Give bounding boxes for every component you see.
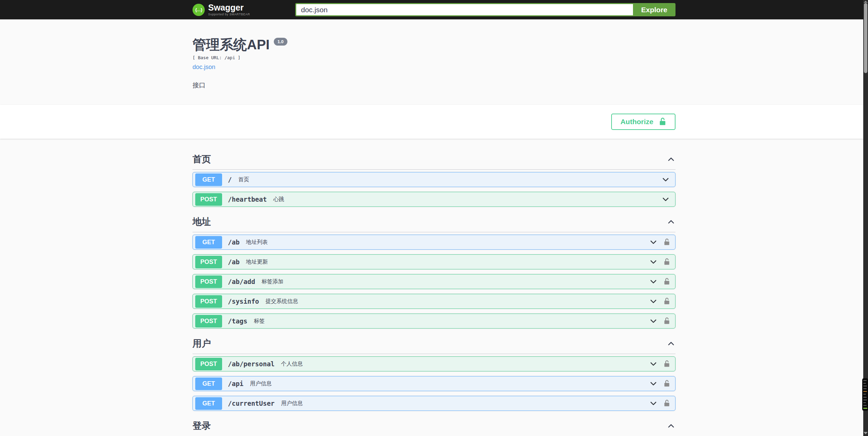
chevron-down-icon[interactable]: [649, 399, 658, 408]
method-badge: POST: [195, 358, 222, 370]
operation-path: /sysinfo: [228, 298, 259, 305]
unlock-icon[interactable]: [664, 278, 670, 286]
method-badge: GET: [195, 236, 222, 249]
operation-path: /heartbeat: [228, 196, 267, 203]
operation-row[interactable]: POST /ab/personal 个人信息: [193, 356, 675, 371]
spec-link[interactable]: doc.json: [193, 64, 215, 71]
unlock-icon[interactable]: [664, 317, 670, 325]
authorize-label: Authorize: [620, 118, 653, 126]
chevron-down-icon[interactable]: [649, 277, 658, 286]
chevron-down-icon[interactable]: [661, 195, 670, 204]
page-title: 管理系统API: [193, 37, 270, 52]
swagger-logo[interactable]: {…} Swagger Supported by SMARTBEAR: [193, 3, 250, 16]
tag-header[interactable]: 首页: [193, 150, 675, 170]
operation-row[interactable]: GET /currentUser 用户信息: [193, 396, 675, 411]
swagger-brackets-icon: {…}: [193, 4, 205, 16]
chevron-up-icon[interactable]: [667, 421, 675, 430]
method-badge: POST: [195, 315, 222, 328]
api-tag-section: 登录 POST /login 登录 POST /login/captcha 登录…: [193, 416, 675, 436]
unlocked-padlock-icon: [659, 117, 666, 126]
logo-subtitle: Supported by SMARTBEAR: [208, 13, 250, 16]
unlock-icon[interactable]: [664, 360, 670, 368]
tag-title: 首页: [193, 153, 211, 165]
operation-row[interactable]: POST /heartbeat 心跳: [193, 192, 675, 207]
operation-summary: 标签: [254, 318, 265, 325]
operation-row[interactable]: GET / 首页: [193, 172, 675, 187]
api-info-section: 管理系统API 1.0 [ Base URL: /api ] doc.json …: [0, 19, 868, 105]
method-badge: POST: [195, 256, 222, 268]
chevron-up-icon[interactable]: [667, 217, 675, 226]
operation-summary: 个人信息: [281, 360, 303, 368]
logo-title: Swagger: [208, 3, 250, 12]
operation-path: /ab: [228, 258, 239, 266]
operation-summary: 地址列表: [246, 239, 268, 246]
api-tag-section: 地址 GET /ab 地址列表 POST /ab 地址更新: [193, 212, 675, 329]
operation-path: /api: [228, 380, 244, 387]
api-tag-section: 首页 GET / 首页 POST /heartbeat 心跳: [193, 150, 675, 207]
spec-url-input[interactable]: [295, 3, 633, 16]
api-description: 接口: [193, 81, 675, 90]
operation-path: /tags: [228, 317, 247, 325]
operation-row[interactable]: POST /ab 地址更新: [193, 254, 675, 269]
operation-row[interactable]: GET /api 用户信息: [193, 376, 675, 391]
chevron-down-icon[interactable]: [649, 359, 658, 368]
operation-summary: 首页: [238, 176, 249, 183]
operation-summary: 地址更新: [246, 258, 268, 266]
scrollbar-track[interactable]: [863, 0, 868, 436]
operations-list: 首页 GET / 首页 POST /heartbeat 心跳: [193, 139, 675, 436]
chevron-up-icon[interactable]: [667, 339, 675, 348]
chevron-down-icon[interactable]: [649, 238, 658, 247]
tag-title: 登录: [193, 420, 211, 432]
operation-summary: 提交系统信息: [266, 298, 298, 305]
explore-button[interactable]: Explore: [633, 3, 675, 16]
chevron-down-icon[interactable]: [649, 317, 658, 325]
tag-header[interactable]: 地址: [193, 212, 675, 232]
method-badge: GET: [195, 397, 222, 410]
chevron-down-icon[interactable]: [661, 175, 670, 184]
chevron-down-icon[interactable]: [649, 379, 658, 388]
unlock-icon[interactable]: [664, 399, 670, 407]
scroll-down-icon[interactable]: [864, 432, 868, 434]
operation-row[interactable]: POST /ab/add 标签添加: [193, 274, 675, 289]
chevron-down-icon[interactable]: [649, 297, 658, 306]
base-url: [ Base URL: /api ]: [193, 55, 675, 60]
operation-summary: 心跳: [273, 196, 284, 203]
operation-summary: 标签添加: [262, 278, 283, 285]
unlock-icon[interactable]: [664, 380, 670, 388]
operation-path: /ab/add: [228, 278, 255, 285]
tag-header[interactable]: 登录: [193, 416, 675, 436]
method-badge: POST: [195, 295, 222, 308]
operation-path: /: [228, 176, 232, 183]
version-badge: 1.0: [274, 38, 287, 46]
spec-url-form: Explore: [295, 3, 675, 16]
operation-summary: 用户信息: [250, 380, 272, 387]
api-tag-section: 用户 POST /ab/personal 个人信息 GET /api 用户信息: [193, 334, 675, 411]
scheme-container: Authorize: [0, 105, 868, 139]
method-badge: GET: [195, 378, 222, 390]
operation-row[interactable]: POST /sysinfo 提交系统信息: [193, 294, 675, 309]
chevron-up-icon[interactable]: [667, 155, 675, 164]
operation-path: /ab/personal: [228, 360, 274, 368]
unlock-icon[interactable]: [664, 258, 670, 266]
unlock-icon[interactable]: [664, 297, 670, 305]
scroll-up-icon[interactable]: [864, 1, 868, 3]
minimap-widget[interactable]: [862, 378, 868, 411]
scrollbar-thumb[interactable]: [864, 3, 867, 73]
operation-row[interactable]: POST /tags 标签: [193, 314, 675, 329]
chevron-down-icon[interactable]: [649, 257, 658, 266]
tag-title: 地址: [193, 216, 211, 228]
tag-title: 用户: [193, 337, 211, 350]
operation-path: /ab: [228, 238, 239, 246]
operation-summary: 用户信息: [281, 400, 303, 407]
tag-header[interactable]: 用户: [193, 334, 675, 354]
method-badge: GET: [195, 173, 222, 186]
unlock-icon[interactable]: [664, 238, 670, 246]
method-badge: POST: [195, 275, 222, 288]
authorize-button[interactable]: Authorize: [611, 114, 675, 130]
operation-row[interactable]: GET /ab 地址列表: [193, 235, 675, 250]
operation-path: /currentUser: [228, 400, 274, 407]
topbar: {…} Swagger Supported by SMARTBEAR Explo…: [0, 0, 868, 19]
method-badge: POST: [195, 193, 222, 206]
